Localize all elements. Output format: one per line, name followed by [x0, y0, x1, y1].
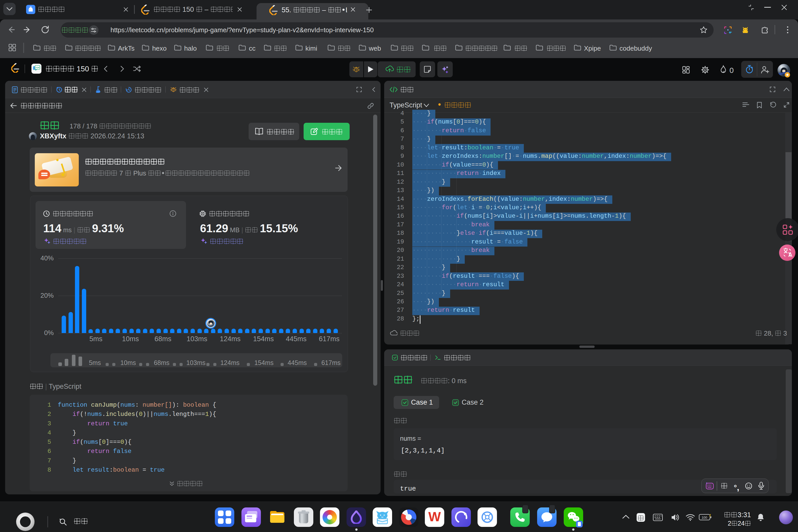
svg-text:TOP: TOP [36, 66, 39, 69]
svg-text:100: 100 [702, 516, 707, 519]
